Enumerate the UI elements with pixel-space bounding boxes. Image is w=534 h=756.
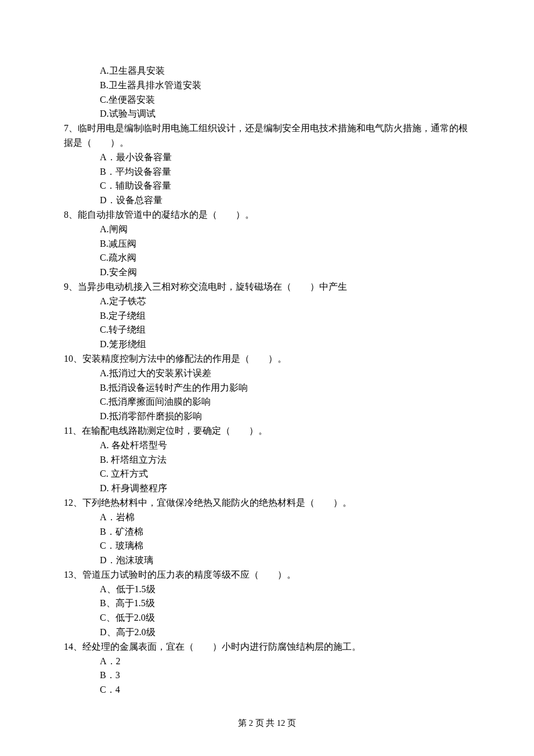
question-options: A．最小设备容量 B．平均设备容量 C．辅助设备容量 D．设备总容量: [64, 150, 470, 208]
option-item: A．最小设备容量: [100, 150, 470, 165]
question-options: A．岩棉 B．矿渣棉 C．玻璃棉 D．泡沫玻璃: [64, 510, 470, 568]
question-options: A．2 B．3 C．4: [64, 654, 470, 697]
question-text: 7、临时用电是编制临时用电施工组织设计，还是编制安全用电技术措施和电气防火措施，…: [64, 121, 470, 150]
option-item: C．玻璃棉: [100, 539, 470, 553]
option-item: C.疏水阀: [100, 251, 470, 265]
option-item: D、高于2.0级: [100, 625, 470, 640]
question-options: A. 各处杆塔型号 B. 杆塔组立方法 C. 立杆方式 D. 杆身调整程序: [64, 438, 470, 496]
option-item: C. 立杆方式: [100, 467, 470, 481]
option-item: A.卫生器具安装: [100, 64, 470, 78]
option-item: B.卫生器具排水管道安装: [100, 78, 470, 93]
question-7: 7、临时用电是编制临时用电施工组织设计，还是编制安全用电技术措施和电气防火措施，…: [64, 121, 470, 208]
option-item: D.抵消零部件磨损的影响: [100, 409, 470, 424]
option-item: B．平均设备容量: [100, 165, 470, 179]
option-item: D．泡沫玻璃: [100, 553, 470, 568]
question-9: 9、当异步电动机接入三相对称交流电时，旋转磁场在（ ）中产生 A.定子铁芯 B.…: [64, 280, 470, 352]
option-item: A、低于1.5级: [100, 582, 470, 597]
question-text: 8、能自动排放管道中的凝结水的是（ ）。: [64, 208, 470, 222]
option-item: C.坐便器安装: [100, 93, 470, 107]
option-item: B．3: [100, 668, 470, 683]
option-item: C.抵消摩擦面间油膜的影响: [100, 395, 470, 409]
prev-question-options: A.卫生器具安装 B.卫生器具排水管道安装 C.坐便器安装 D.试验与调试: [64, 64, 470, 121]
question-8: 8、能自动排放管道中的凝结水的是（ ）。 A.闸阀 B.减压阀 C.疏水阀 D.…: [64, 208, 470, 280]
option-item: B. 杆塔组立方法: [100, 453, 470, 467]
question-text: 14、经处理的金属表面，宜在（ ）小时内进行防腐蚀结构层的施工。: [64, 640, 470, 654]
option-item: A．岩棉: [100, 510, 470, 525]
option-item: D.试验与调试: [100, 107, 470, 121]
question-text: 11、在输配电线路勘测定位时，要确定（ ）。: [64, 424, 470, 438]
option-item: A.抵消过大的安装累计误差: [100, 366, 470, 381]
option-item: D.笼形绕组: [100, 337, 470, 352]
question-text: 13、管道压力试验时的压力表的精度等级不应（ ）。: [64, 568, 470, 582]
page-footer: 第 2 页 共 12 页: [0, 717, 534, 729]
option-item: C、低于2.0级: [100, 611, 470, 625]
option-item: B.减压阀: [100, 237, 470, 251]
option-item: C.转子绕组: [100, 323, 470, 337]
question-11: 11、在输配电线路勘测定位时，要确定（ ）。 A. 各处杆塔型号 B. 杆塔组立…: [64, 424, 470, 496]
option-item: A．2: [100, 654, 470, 669]
question-text: 9、当异步电动机接入三相对称交流电时，旋转磁场在（ ）中产生: [64, 280, 470, 294]
option-item: B．矿渣棉: [100, 525, 470, 539]
question-options: A、低于1.5级 B、高于1.5级 C、低于2.0级 D、高于2.0级: [64, 582, 470, 640]
question-options: A.闸阀 B.减压阀 C.疏水阀 D.安全阀: [64, 222, 470, 280]
question-12: 12、下列绝热材料中，宜做保冷绝热又能防火的绝热材料是（ ）。 A．岩棉 B．矿…: [64, 496, 470, 568]
option-item: A.定子铁芯: [100, 294, 470, 309]
option-item: B.定子绕组: [100, 309, 470, 323]
option-item: D. 杆身调整程序: [100, 481, 470, 496]
document-page: A.卫生器具安装 B.卫生器具排水管道安装 C.坐便器安装 D.试验与调试 7、…: [0, 0, 534, 756]
question-options: A.定子铁芯 B.定子绕组 C.转子绕组 D.笼形绕组: [64, 294, 470, 352]
question-options: A.抵消过大的安装累计误差 B.抵消设备运转时产生的作用力影响 C.抵消摩擦面间…: [64, 366, 470, 424]
option-item: D.安全阀: [100, 265, 470, 280]
option-item: B、高于1.5级: [100, 596, 470, 611]
option-item: C．辅助设备容量: [100, 179, 470, 193]
option-item: A.闸阀: [100, 222, 470, 237]
option-item: D．设备总容量: [100, 193, 470, 208]
question-14: 14、经处理的金属表面，宜在（ ）小时内进行防腐蚀结构层的施工。 A．2 B．3…: [64, 640, 470, 697]
question-13: 13、管道压力试验时的压力表的精度等级不应（ ）。 A、低于1.5级 B、高于1…: [64, 568, 470, 640]
question-text: 12、下列绝热材料中，宜做保冷绝热又能防火的绝热材料是（ ）。: [64, 496, 470, 510]
question-10: 10、安装精度控制方法中的修配法的作用是（ ）。 A.抵消过大的安装累计误差 B…: [64, 352, 470, 424]
question-text: 10、安装精度控制方法中的修配法的作用是（ ）。: [64, 352, 470, 366]
option-item: C．4: [100, 683, 470, 697]
option-item: A. 各处杆塔型号: [100, 438, 470, 453]
option-item: B.抵消设备运转时产生的作用力影响: [100, 381, 470, 395]
